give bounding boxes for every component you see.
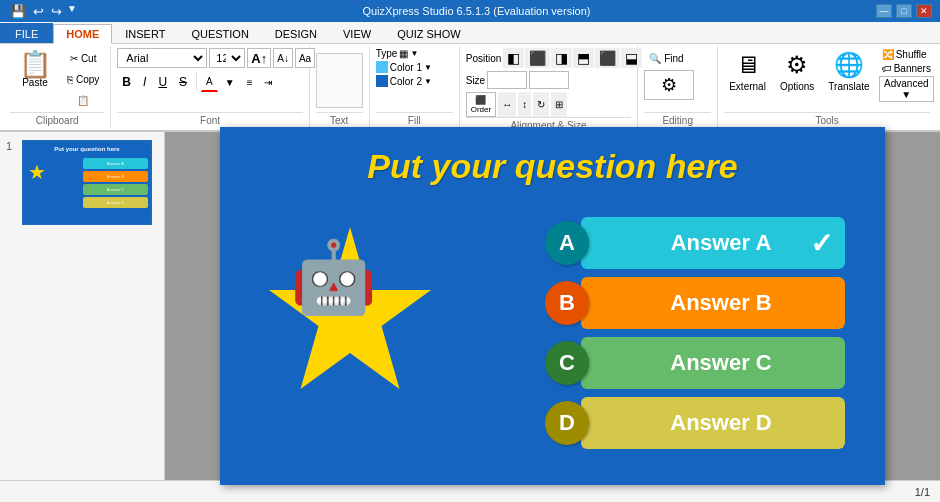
- ribbon-group-tools: 🖥 External ⚙ Options 🌐 Translate 🔀 Shuff…: [718, 46, 936, 128]
- answer-row-c[interactable]: C Answer C: [545, 337, 845, 389]
- find-icon: 🔍: [649, 53, 661, 64]
- align-middle-btn[interactable]: ⬛: [595, 48, 620, 68]
- width-input[interactable]: [487, 71, 527, 89]
- customize-quick-access[interactable]: ▼: [67, 3, 77, 20]
- minimize-btn[interactable]: —: [876, 4, 892, 18]
- answer-d-text: Answer D: [670, 410, 771, 436]
- answer-row-a[interactable]: A Answer A ✓: [545, 217, 845, 269]
- highlight-btn[interactable]: ▼: [220, 72, 240, 92]
- slide-number: 1: [6, 140, 18, 152]
- preview-answer-d: Answer D: [83, 197, 148, 208]
- slide-question-text[interactable]: Put your question here: [220, 127, 885, 196]
- close-btn[interactable]: ✕: [916, 4, 932, 18]
- group-btn[interactable]: ⊞: [551, 92, 567, 117]
- shadow-btn[interactable]: ≡: [242, 72, 258, 92]
- text-preview: [316, 53, 363, 108]
- translate-btn[interactable]: 🌐 Translate: [823, 48, 874, 95]
- rotate-btn[interactable]: ↻: [533, 92, 549, 117]
- position-row: Position ◧ ⬛ ◨ ⬒ ⬛ ⬓: [466, 48, 643, 68]
- slide-preview[interactable]: Put your question here ★ Answer A Answer…: [22, 140, 152, 225]
- align-top-btn[interactable]: ⬒: [573, 48, 594, 68]
- answer-text-a[interactable]: Answer A ✓: [581, 217, 845, 269]
- ribbon-group-fill: Type ▦ ▼ Color 1 ▼ Color 2 ▼ Fill: [370, 46, 460, 128]
- options-btn[interactable]: ⚙ Options: [775, 48, 819, 95]
- answer-letter-d: D: [545, 401, 589, 445]
- translate-label: Translate: [828, 81, 869, 92]
- robot-icon: 🤖: [290, 242, 377, 312]
- advanced-btn[interactable]: Advanced ▼: [879, 76, 934, 102]
- italic-btn[interactable]: I: [138, 72, 151, 92]
- answer-a-text: Answer A: [671, 230, 772, 256]
- find-btn[interactable]: 🔍 Find: [644, 48, 688, 68]
- maximize-btn[interactable]: □: [896, 4, 912, 18]
- copy-label: Copy: [76, 74, 99, 85]
- undo-quick-btn[interactable]: ↩: [31, 3, 46, 20]
- banners-btn[interactable]: 🏷 Banners: [879, 62, 934, 75]
- decrease-font-btn[interactable]: A↓: [273, 48, 293, 68]
- font-family-select[interactable]: Arial: [117, 48, 207, 68]
- size-row: Size: [466, 71, 569, 89]
- copy-btn[interactable]: ⎘ Copy: [62, 69, 104, 89]
- align-right-btn[interactable]: ◨: [551, 48, 572, 68]
- font-size-select[interactable]: 12: [209, 48, 245, 68]
- tab-home[interactable]: HOME: [53, 24, 112, 44]
- title-bar: 💾 ↩ ↪ ▼ QuizXpress Studio 6.5.1.3 (Evalu…: [0, 0, 940, 22]
- answer-letter-a: A: [545, 221, 589, 265]
- increase-font-btn[interactable]: A↑: [247, 48, 271, 68]
- type-icon: ▦: [399, 48, 408, 59]
- strikethrough-btn[interactable]: S: [174, 72, 192, 92]
- font-divider: [196, 73, 197, 91]
- type-dropdown[interactable]: ▼: [410, 49, 418, 58]
- slide-canvas[interactable]: Put your question here 🤖 A Answer A ✓: [220, 127, 885, 485]
- ribbon-group-font: Arial 12 A↑ A↓ Aa B I U S A ▼ ≡ ⇥ Fo: [111, 46, 309, 128]
- main-area: 1 Put your question here ★ Answer A Answ…: [0, 132, 940, 480]
- color2-swatch: [376, 75, 388, 87]
- height-input[interactable]: [529, 71, 569, 89]
- ribbon-group-editing: 🔍 Find ⚙ Editing: [638, 46, 718, 128]
- slide-preview-inner: Put your question here ★ Answer A Answer…: [24, 142, 150, 223]
- answer-text-d[interactable]: Answer D: [581, 397, 845, 449]
- save-quick-btn[interactable]: 💾: [8, 3, 28, 20]
- find-label: Find: [664, 53, 683, 64]
- redo-quick-btn[interactable]: ↪: [49, 3, 64, 20]
- shuffle-btn[interactable]: 🔀 Shuffle: [879, 48, 934, 61]
- text-color-btn[interactable]: A: [201, 72, 218, 92]
- translate-icon: 🌐: [834, 51, 864, 79]
- tab-file[interactable]: FILE: [0, 23, 53, 43]
- paste-special-btn[interactable]: 📋: [62, 90, 104, 110]
- flip-h-btn[interactable]: ↔: [498, 92, 516, 117]
- preview-answer-b: Answer B: [83, 171, 148, 182]
- bold-btn[interactable]: B: [117, 72, 136, 92]
- editing-tool-icon[interactable]: ⚙: [644, 70, 694, 100]
- flip-v-btn[interactable]: ↕: [518, 92, 531, 117]
- indent-btn[interactable]: ⇥: [259, 72, 277, 92]
- cut-icon: ✂: [70, 53, 78, 64]
- preview-answer-a: Answer A: [83, 158, 148, 169]
- answer-row-b[interactable]: B Answer B: [545, 277, 845, 329]
- tools-content: 🖥 External ⚙ Options 🌐 Translate 🔀 Shuff…: [724, 48, 930, 112]
- position-label: Position: [466, 53, 502, 64]
- tab-view[interactable]: VIEW: [330, 23, 384, 43]
- cut-btn[interactable]: ✂ Cut: [62, 48, 104, 68]
- underline-btn[interactable]: U: [153, 72, 172, 92]
- banners-icon: 🏷: [882, 63, 892, 74]
- external-btn[interactable]: 🖥 External: [724, 48, 771, 95]
- window-controls: — □ ✕: [876, 4, 932, 18]
- order-dropdown[interactable]: ⬛ Order: [466, 92, 496, 117]
- checkmark-icon: ✓: [810, 227, 833, 260]
- color2-dropdown[interactable]: ▼: [424, 77, 432, 86]
- answer-text-b[interactable]: Answer B: [581, 277, 845, 329]
- tab-insert[interactable]: INSERT: [112, 23, 178, 43]
- font-group-label: Font: [117, 112, 302, 128]
- color1-dropdown[interactable]: ▼: [424, 63, 432, 72]
- tab-design[interactable]: DESIGN: [262, 23, 330, 43]
- align-center-btn[interactable]: ⬛: [525, 48, 550, 68]
- type-row: Type ▦ ▼: [376, 48, 419, 59]
- tab-quizshow[interactable]: QUIZ SHOW: [384, 23, 474, 43]
- tab-question[interactable]: QUESTION: [178, 23, 261, 43]
- answer-row-d[interactable]: D Answer D: [545, 397, 845, 449]
- answer-text-c[interactable]: Answer C: [581, 337, 845, 389]
- fill-content: Type ▦ ▼ Color 1 ▼ Color 2 ▼: [376, 48, 453, 112]
- paste-btn[interactable]: 📋 Paste: [10, 48, 60, 91]
- align-left-btn[interactable]: ◧: [503, 48, 524, 68]
